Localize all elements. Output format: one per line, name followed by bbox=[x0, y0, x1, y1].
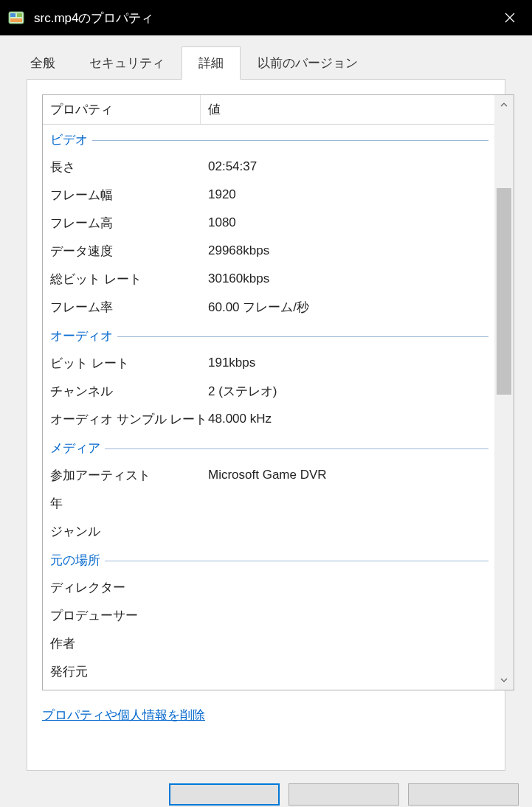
table-row[interactable]: コンテンツ プロバイダー bbox=[43, 685, 494, 690]
listview-body: ビデオ 長さ 02:54:37 フレーム幅 1920 フレーム高 1080 bbox=[43, 125, 494, 690]
table-row[interactable]: 総ビット レート 30160kbps bbox=[43, 265, 494, 293]
tab-general[interactable]: 全般 bbox=[13, 46, 72, 80]
tab-security[interactable]: セキュリティ bbox=[72, 46, 182, 80]
column-header-value[interactable]: 値 bbox=[201, 95, 514, 124]
section-rule bbox=[105, 561, 488, 561]
remove-properties-link[interactable]: プロパティや個人情報を削除 bbox=[42, 707, 205, 724]
titlebar: src.mp4のプロパティ bbox=[0, 0, 532, 35]
property-listview: プロパティ 値 ビデオ 長さ 02:54:37 フレーム幅 1 bbox=[42, 94, 514, 690]
prop-label: 参加アーティスト bbox=[43, 467, 201, 484]
column-header-property[interactable]: プロパティ bbox=[43, 95, 201, 124]
apply-button[interactable] bbox=[408, 783, 519, 806]
table-row[interactable]: データ速度 29968kbps bbox=[43, 237, 494, 265]
section-header-origin: 元の場所 bbox=[43, 545, 494, 573]
section-rule bbox=[105, 448, 488, 449]
scroll-up-arrow[interactable] bbox=[494, 95, 514, 114]
table-row[interactable]: ビット レート 191kbps bbox=[43, 349, 494, 377]
scroll-down-arrow[interactable] bbox=[494, 671, 514, 690]
prop-label: ビット レート bbox=[43, 355, 201, 372]
app-icon bbox=[7, 9, 25, 27]
section-header-video: ビデオ bbox=[43, 125, 494, 153]
table-row[interactable]: 作者 bbox=[43, 629, 494, 657]
table-row[interactable]: フレーム幅 1920 bbox=[43, 181, 494, 209]
table-row[interactable]: オーディオ サンプル レート 48.000 kHz bbox=[43, 405, 494, 433]
prop-label: プロデューサー bbox=[43, 607, 201, 624]
prop-value: Microsoft Game DVR bbox=[201, 468, 494, 482]
window-title: src.mp4のプロパティ bbox=[34, 10, 153, 27]
table-row[interactable]: フレーム率 60.00 フレーム/秒 bbox=[43, 293, 494, 321]
column-headers: プロパティ 値 bbox=[43, 95, 514, 125]
prop-label: 発行元 bbox=[43, 663, 201, 680]
table-row[interactable]: フレーム高 1080 bbox=[43, 209, 494, 237]
prop-label: 作者 bbox=[43, 635, 201, 652]
prop-value: 02:54:37 bbox=[201, 159, 494, 174]
dialog-body: 全般 セキュリティ 詳細 以前のバージョン プロパティ 値 ビデオ bbox=[0, 35, 532, 807]
tabs: 全般 セキュリティ 詳細 以前のバージョン bbox=[13, 46, 519, 79]
table-row[interactable]: ディレクター bbox=[43, 573, 494, 601]
prop-label: オーディオ サンプル レート bbox=[43, 411, 201, 428]
prop-label: ジャンル bbox=[43, 523, 201, 540]
svg-rect-2 bbox=[17, 13, 22, 17]
scroll-thumb[interactable] bbox=[497, 188, 511, 395]
prop-value: 48.000 kHz bbox=[201, 412, 494, 426]
table-row[interactable]: チャンネル 2 (ステレオ) bbox=[43, 377, 494, 405]
prop-value: 1080 bbox=[201, 215, 494, 230]
prop-value: 1920 bbox=[201, 187, 494, 202]
dialog-buttons bbox=[169, 783, 519, 807]
table-row[interactable]: プロデューサー bbox=[43, 601, 494, 629]
tab-panel-details: プロパティ 値 ビデオ 長さ 02:54:37 フレーム幅 1 bbox=[27, 79, 505, 771]
table-row[interactable]: 発行元 bbox=[43, 657, 494, 685]
prop-label: チャンネル bbox=[43, 383, 201, 400]
svg-rect-1 bbox=[10, 13, 15, 17]
table-row[interactable]: ジャンル bbox=[43, 517, 494, 545]
tab-previous-versions[interactable]: 以前のバージョン bbox=[241, 46, 375, 80]
prop-label: ディレクター bbox=[43, 579, 201, 596]
prop-label: フレーム高 bbox=[43, 215, 201, 232]
svg-rect-3 bbox=[10, 18, 22, 22]
section-rule bbox=[117, 336, 488, 337]
prop-value: 191kbps bbox=[201, 356, 494, 370]
prop-value: 60.00 フレーム/秒 bbox=[201, 299, 494, 316]
prop-label: 総ビット レート bbox=[43, 271, 201, 288]
prop-label: 年 bbox=[43, 495, 201, 512]
close-button[interactable] bbox=[488, 0, 532, 35]
prop-value: 29968kbps bbox=[201, 243, 494, 258]
prop-label: データ速度 bbox=[43, 243, 201, 260]
section-header-audio: オーディオ bbox=[43, 321, 494, 349]
prop-value: 30160kbps bbox=[201, 271, 494, 286]
prop-label: フレーム率 bbox=[43, 299, 201, 316]
prop-label: フレーム幅 bbox=[43, 187, 201, 204]
cancel-button[interactable] bbox=[289, 783, 399, 806]
table-row[interactable]: 年 bbox=[43, 489, 494, 517]
table-row[interactable]: 参加アーティスト Microsoft Game DVR bbox=[43, 461, 494, 489]
table-row[interactable]: 長さ 02:54:37 bbox=[43, 153, 494, 181]
prop-label: 長さ bbox=[43, 159, 201, 176]
vertical-scrollbar[interactable] bbox=[494, 95, 514, 690]
section-rule bbox=[92, 140, 488, 141]
tabs-area: 全般 セキュリティ 詳細 以前のバージョン プロパティ 値 ビデオ bbox=[0, 35, 532, 771]
tab-details[interactable]: 詳細 bbox=[182, 46, 241, 80]
scroll-track[interactable] bbox=[494, 114, 514, 671]
section-header-media: メディア bbox=[43, 433, 494, 461]
ok-button[interactable] bbox=[169, 783, 280, 806]
prop-value: 2 (ステレオ) bbox=[201, 383, 494, 400]
